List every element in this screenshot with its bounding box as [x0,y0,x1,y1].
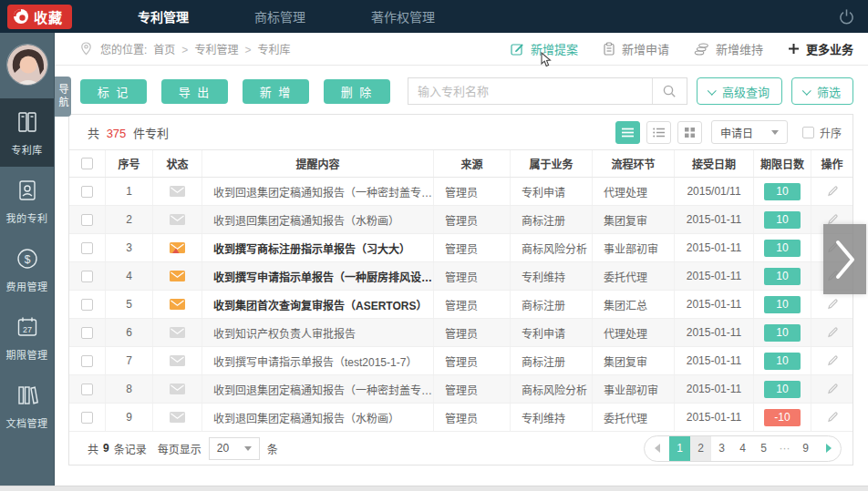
action-new-proposal[interactable]: 新增提案 [511,40,578,57]
page-button-5[interactable]: 5 [753,435,774,462]
deadline-days-badge: 10 [764,381,801,398]
source-cell: 管理员 [434,262,511,290]
page-button-3[interactable]: 3 [711,435,732,462]
toolbar-mark-button[interactable]: 标 记 [80,79,147,104]
per-page-select[interactable]: 20 [209,437,260,460]
next-panel-button[interactable] [823,224,866,294]
edit-row-icon[interactable] [826,354,839,367]
source-cell: 管理员 [434,404,511,431]
filter-label: 筛选 [817,83,841,100]
deadline-days-badge: 10 [764,183,801,200]
table-row: 2收到退回集团定稿通知报告（水粉画）管理员商标注册集团复审2015-01-111… [69,206,852,234]
row-checkbox-cell [69,404,106,431]
filter-button[interactable]: 筛选 [791,77,853,105]
row-number: 6 [106,319,153,346]
sidebar-item-my-patents[interactable]: 我的专利 [0,167,54,235]
search-input[interactable] [408,78,652,104]
row-checkbox[interactable] [81,299,93,311]
next-page-button[interactable] [816,435,841,462]
sort-field-select[interactable]: 申请日 [711,120,788,144]
nav-collapse-tab[interactable]: 导航 [55,77,71,117]
page-button-4[interactable]: 4 [732,435,753,462]
sidebar-item-fee-mgmt[interactable]: $费用管理 [0,235,54,303]
row-status-cell [153,347,202,374]
sidebar-item-patent-library[interactable]: 专利库 [0,98,54,167]
breadcrumb-link[interactable]: 专利管理 [194,44,238,56]
table-body: 1收到回退集团定稿通知报告（一种密封盖专用拧具管理员专利申请代理处理2015/0… [69,178,852,432]
business-cell: 专利维持 [511,404,593,431]
page-button-2[interactable]: 2 [690,435,711,462]
reminder-content[interactable]: 收到回退集团定稿通知报告（一种密封盖专用拧具 [213,184,433,199]
receive-date-cell: 2015-01-11 [675,404,754,431]
reminder-content[interactable]: 收到集团首次查询复审报告（ASERTORS） [213,297,427,312]
row-checkbox[interactable] [81,242,93,254]
row-checkbox-cell [69,375,106,403]
user-avatar[interactable] [6,44,48,86]
reminder-content[interactable]: 收到知识产权负责人审批报告 [213,325,356,341]
reminder-content[interactable]: 收到撰写申请指示单报告（一种厨房排风设备） [213,269,433,284]
reminder-content[interactable]: 收到退回集团定稿通知报告（水粉画） [213,212,399,228]
action-new-application[interactable]: 新增申请 [603,40,669,57]
app-logo[interactable]: 收藏 [7,5,72,29]
sidebar-item-doc-mgmt[interactable]: 文档管理 [0,372,54,440]
per-page-value: 20 [217,442,229,455]
page-button-9[interactable]: 9 [795,435,816,462]
select-all-checkbox[interactable] [81,158,93,169]
row-checkbox[interactable] [81,384,93,395]
topnav-item-copyright-mgmt[interactable]: 著作权管理 [371,7,435,26]
reminder-content[interactable]: 收到撰写商标注册指示单报告（习大大） [213,240,410,256]
per-page-label: 每页显示 [158,441,202,456]
search-button[interactable] [652,78,687,104]
app-window: 收藏 专利管理商标管理著作权管理 专利库我的专利$费用管理27期限管理文档管理 … [0,0,868,486]
toolbar-add-button[interactable]: 新 增 [243,79,309,104]
row-status-cell [153,319,202,346]
reminder-content[interactable]: 收到退回集团定稿通知报告（水粉画） [213,410,399,425]
row-status-cell [153,291,202,318]
operation-cell [811,178,852,205]
search-box [408,77,687,105]
sidebar-item-deadline-mgmt[interactable]: 27期限管理 [0,303,54,372]
advanced-query-button[interactable]: 高级查询 [697,77,782,105]
view-grid-button[interactable] [677,121,702,144]
view-list-button[interactable] [646,121,671,144]
prev-arrow-icon [655,444,660,453]
breadcrumb-current[interactable]: 专利库 [257,44,290,56]
row-checkbox[interactable] [81,355,93,367]
prev-page-button[interactable] [645,435,669,462]
reminder-content[interactable]: 收到回退集团定稿通知报告（一种密封盖专用拧具 [213,382,433,397]
ascend-checkbox[interactable] [802,127,814,138]
action-more-business[interactable]: 更多业务 [788,40,853,57]
edit-row-icon[interactable] [826,298,839,311]
topnav-item-patent-mgmt[interactable]: 专利管理 [138,7,189,26]
column-header-7: 期限日数 [754,150,811,177]
toolbar-delete-button[interactable]: 删 除 [324,79,390,104]
reminder-content[interactable]: 收到撰写申请指示单报告（test2015-1-7） [213,353,417,369]
view-table-button[interactable] [615,121,640,144]
edit-row-icon[interactable] [826,185,839,198]
row-checkbox[interactable] [81,186,93,198]
breadcrumb-link[interactable]: 首页 [153,44,175,56]
receive-date-cell: 2015-01-11 [675,206,754,233]
edit-row-icon[interactable] [826,326,839,339]
deadline-days-cell: 10 [754,234,811,261]
row-checkbox-cell [69,291,106,318]
action-new-maintenance[interactable]: 新增维持 [694,40,763,57]
record-summary: 共 375 件专利 [88,124,169,141]
row-checkbox[interactable] [81,214,93,226]
topnav-item-trademark-mgmt[interactable]: 商标管理 [254,7,305,26]
row-checkbox[interactable] [81,271,93,282]
source-cell: 管理员 [434,291,511,318]
power-icon[interactable] [838,8,855,26]
row-checkbox[interactable] [81,327,93,339]
page-button-1[interactable]: 1 [669,435,690,462]
edit-row-icon[interactable] [826,411,839,424]
row-checkbox[interactable] [81,412,93,424]
app-logo-icon [13,8,29,25]
column-header-8: 操作 [811,150,852,177]
toolbar-export-button[interactable]: 导 出 [161,79,228,104]
sidebar-item-label: 文档管理 [2,415,52,430]
deadline-days-cell: 10 [754,178,811,205]
column-header-2: 提醒内容 [202,150,434,177]
row-status-cell [153,262,202,290]
edit-row-icon[interactable] [826,383,839,395]
